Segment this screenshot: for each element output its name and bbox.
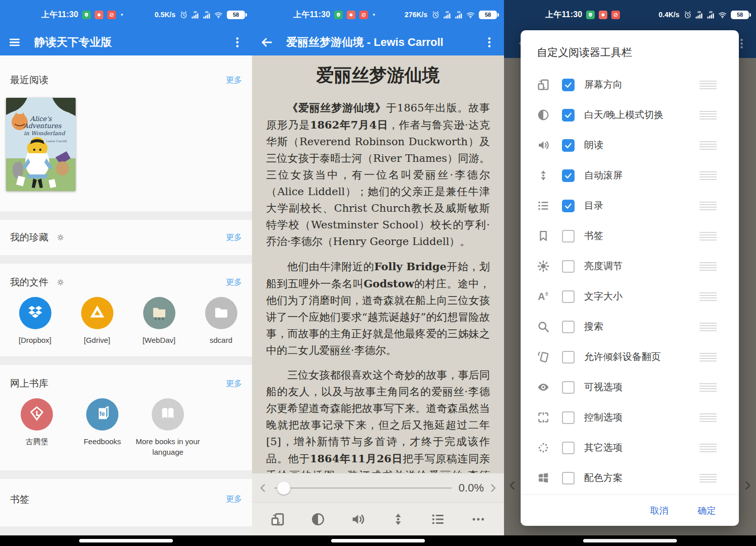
wifi-icon — [718, 11, 727, 19]
next-chapter-icon[interactable] — [487, 482, 499, 494]
section-my-files: 我的文件 更多 [Dropbox] [Gdrive] [WebDav] sdca… — [0, 264, 252, 356]
shelf-item[interactable]: [Gdrive] — [66, 297, 128, 345]
drag-handle-icon[interactable] — [700, 202, 717, 210]
drag-handle-icon[interactable] — [700, 292, 717, 301]
drag-handle-icon[interactable] — [700, 444, 717, 452]
toolbar-option-row[interactable]: 允许倾斜设备翻页 — [521, 342, 739, 372]
checkbox[interactable] — [562, 139, 575, 152]
cancel-button[interactable]: 取消 — [650, 505, 668, 517]
mute-notification-icon — [107, 11, 116, 19]
battery-icon: 58 — [227, 11, 245, 19]
progress-slider[interactable] — [274, 480, 452, 496]
book-cover[interactable]: Alice's Adventures in Wonderland Lewis C… — [6, 98, 76, 191]
more-link[interactable]: 更多 — [226, 379, 242, 389]
home-indicator[interactable] — [583, 539, 677, 542]
drag-handle-icon[interactable] — [700, 111, 717, 119]
overflow-menu-icon[interactable] — [483, 36, 496, 49]
toc-icon[interactable] — [430, 512, 446, 527]
reader-page[interactable]: 爱丽丝梦游仙境 《爱丽丝梦游仙境》于1865年出版。故事原形乃是1862年7月4… — [252, 55, 504, 473]
drag-handle-icon[interactable] — [700, 323, 717, 331]
more-link[interactable]: 更多 — [226, 277, 242, 288]
toolbar-option-row[interactable]: 书签 — [521, 221, 739, 251]
toolbar-option-row[interactable]: 亮度调节 — [521, 251, 739, 281]
svg-text:±: ± — [545, 290, 548, 296]
search-icon — [536, 320, 551, 333]
toolbar-option-row[interactable]: 控制选项 — [521, 402, 739, 433]
toolbar-option-row[interactable]: 搜索 — [521, 312, 739, 342]
text-size-icon: A± — [536, 290, 551, 303]
read-aloud-icon[interactable] — [350, 512, 365, 527]
shelf-item[interactable]: fe Feedbooks — [70, 398, 135, 457]
checkbox[interactable] — [562, 169, 575, 182]
checkbox[interactable] — [562, 351, 575, 363]
more-link[interactable]: 更多 — [226, 232, 242, 243]
drag-handle-icon[interactable] — [700, 141, 717, 150]
toolbar-option-row[interactable]: 其它选项 — [521, 433, 739, 463]
toolbar-option-row[interactable]: 白天/晚上模式切换 — [521, 100, 739, 130]
checkbox[interactable] — [562, 381, 575, 394]
shelf-item[interactable]: [Dropbox] — [4, 297, 66, 345]
drag-handle-icon[interactable] — [700, 413, 717, 422]
drag-handle-icon[interactable] — [700, 383, 717, 392]
home-indicator[interactable] — [79, 539, 173, 542]
overflow-menu-icon[interactable] — [231, 36, 244, 49]
drag-handle-icon[interactable] — [700, 81, 717, 89]
mute-notification-icon — [611, 11, 620, 19]
auto-scroll-icon[interactable] — [391, 512, 406, 527]
checkbox[interactable] — [562, 411, 575, 424]
checkbox[interactable] — [562, 472, 575, 484]
drag-handle-icon[interactable] — [700, 353, 717, 361]
gear-icon[interactable] — [56, 278, 65, 286]
shelf-item[interactable]: sdcard — [190, 297, 252, 345]
gear-icon[interactable] — [56, 233, 65, 241]
shelf-item[interactable]: [WebDav] — [128, 297, 190, 345]
drag-handle-icon[interactable] — [700, 232, 717, 240]
prev-chapter-icon[interactable] — [257, 482, 269, 494]
prev-chapter-icon[interactable] — [506, 479, 519, 492]
ok-button[interactable]: 确定 — [698, 505, 716, 517]
feedbooks-icon: fe — [94, 405, 111, 424]
checkbox[interactable] — [562, 260, 575, 273]
drag-handle-icon[interactable] — [700, 171, 717, 180]
day-night-icon[interactable] — [310, 512, 326, 527]
toolbar-option-row[interactable]: 目录 — [521, 191, 739, 221]
toolbar-option-row[interactable]: 朗读 — [521, 130, 739, 160]
checkbox[interactable] — [562, 79, 575, 91]
checkbox[interactable] — [562, 109, 575, 122]
drag-handle-icon[interactable] — [700, 262, 717, 271]
svg-text:HD: HD — [457, 11, 461, 13]
next-chapter-icon[interactable] — [741, 479, 754, 492]
shelf-item[interactable]: More books in your language — [135, 398, 201, 457]
more-link[interactable]: 更多 — [226, 75, 242, 86]
signal-hd-icon: HD — [707, 11, 715, 19]
shield-notification-icon: 0 — [82, 11, 91, 19]
toolbar-option-row[interactable]: A± 文字大小 — [521, 281, 739, 312]
files-shelf: [Dropbox] [Gdrive] [WebDav] sdcard — [0, 297, 252, 345]
more-options-icon[interactable] — [471, 512, 486, 527]
checkbox[interactable] — [562, 200, 575, 212]
dialog-screen: 上午11:30 0 0.4K/s HD HD 58 自定义阅读器工具栏 — [504, 0, 756, 546]
more-link[interactable]: 更多 — [226, 494, 242, 505]
dropbox-icon — [27, 304, 44, 323]
checkbox[interactable] — [562, 442, 575, 454]
progress-percent: 0.0% — [459, 481, 484, 495]
home-indicator[interactable] — [331, 539, 425, 542]
toolbar-option-row[interactable]: 可视选项 — [521, 372, 739, 402]
slider-thumb[interactable] — [277, 481, 290, 495]
signal-hd-icon: HD — [443, 11, 452, 19]
toolbar-option-row[interactable]: 配色方案 — [521, 463, 739, 493]
network-speed: 0.4K/s — [659, 11, 679, 19]
checkbox[interactable] — [562, 230, 575, 242]
checkbox[interactable] — [562, 321, 575, 333]
hamburger-menu-icon[interactable] — [8, 36, 21, 49]
checkbox[interactable] — [562, 290, 575, 303]
notification-overflow-dot — [373, 14, 375, 16]
back-arrow-icon[interactable] — [260, 36, 273, 49]
screen-orientation-icon[interactable] — [270, 512, 285, 527]
toolbar-option-row[interactable]: 屏幕方向 — [521, 70, 739, 100]
shelf-item[interactable]: 古腾堡 — [4, 398, 70, 457]
toolbar-option-row[interactable]: 自动滚屏 — [521, 160, 739, 191]
drag-handle-icon[interactable] — [700, 474, 717, 482]
app-bar: 爱丽丝梦游仙境 - Lewis Carroll — [252, 29, 504, 55]
alarm-icon — [683, 11, 692, 19]
